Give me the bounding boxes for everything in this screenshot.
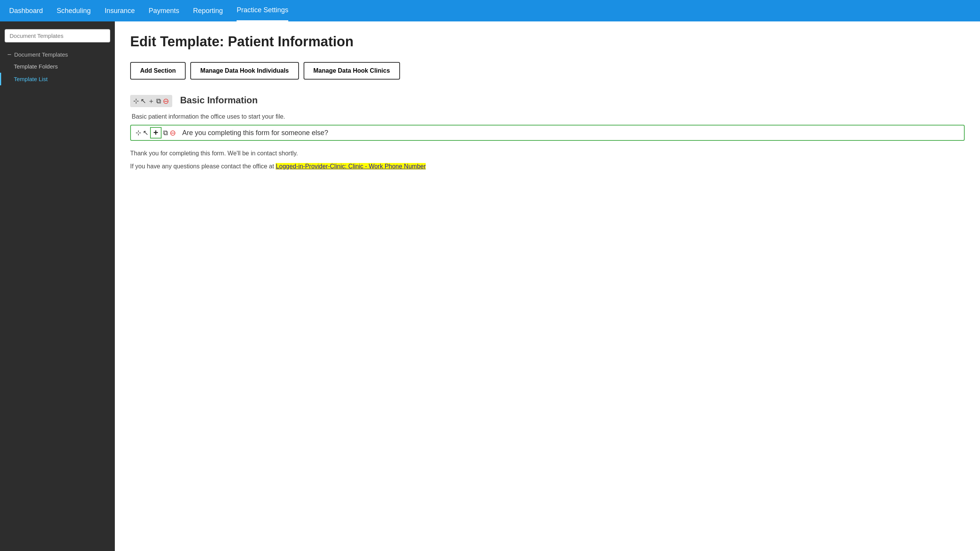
- thank-you-text: Thank you for completing this form. We'l…: [130, 150, 965, 157]
- delete-icon[interactable]: ⊖: [163, 96, 169, 106]
- page-title: Edit Template: Patient Information: [130, 34, 965, 50]
- sidebar-search-container[interactable]: [5, 29, 110, 42]
- top-navigation: Dashboard Scheduling Insurance Payments …: [0, 0, 980, 21]
- cursor-icon[interactable]: ↖: [140, 97, 146, 105]
- manage-data-hook-clinics-button[interactable]: Manage Data Hook Clinics: [304, 62, 400, 80]
- question-move-icon[interactable]: ⊹: [136, 129, 141, 137]
- action-buttons-row: Add Section Manage Data Hook Individuals…: [130, 62, 965, 80]
- contact-text-prefix: If you have any questions please contact…: [130, 163, 276, 170]
- question-delete-icon[interactable]: ⊖: [170, 128, 176, 137]
- question-row: ⊹ ↖ + ⧉ ⊖ Are you completing this form f…: [130, 125, 965, 141]
- sidebar-item-label: Template Folders: [14, 63, 58, 70]
- basic-information-section: ⊹ ↖ ＋ ⧉ ⊖ Basic Information Basic patien…: [130, 95, 965, 170]
- question-text: Are you completing this form for someone…: [182, 129, 328, 137]
- copy-icon[interactable]: ⧉: [156, 97, 161, 105]
- footer-text-block: Thank you for completing this form. We'l…: [130, 150, 965, 170]
- add-icon[interactable]: ＋: [148, 96, 155, 106]
- manage-data-hook-individuals-button[interactable]: Manage Data Hook Individuals: [190, 62, 299, 80]
- question-toolbar: ⊹ ↖ + ⧉ ⊖: [136, 127, 176, 139]
- nav-reporting[interactable]: Reporting: [193, 1, 223, 21]
- question-copy-icon[interactable]: ⧉: [163, 129, 168, 137]
- section-description: Basic patient information the office use…: [132, 113, 965, 120]
- section-title: Basic Information: [180, 95, 258, 105]
- nav-payments[interactable]: Payments: [149, 1, 179, 21]
- question-add-icon[interactable]: +: [150, 127, 162, 139]
- sidebar-search-input[interactable]: [5, 29, 110, 42]
- nav-dashboard[interactable]: Dashboard: [9, 1, 43, 21]
- add-section-button[interactable]: Add Section: [130, 62, 186, 80]
- nav-insurance[interactable]: Insurance: [105, 1, 135, 21]
- nav-scheduling[interactable]: Scheduling: [57, 1, 91, 21]
- sidebar: – Document Templates Template Folders Te…: [0, 21, 115, 551]
- main-content: Edit Template: Patient Information Add S…: [115, 21, 980, 551]
- main-layout: – Document Templates Template Folders Te…: [0, 21, 980, 551]
- sidebar-item-template-folders[interactable]: Template Folders: [0, 60, 115, 73]
- section-header-row: ⊹ ↖ ＋ ⧉ ⊖ Basic Information: [130, 95, 965, 110]
- sidebar-collapse-icon[interactable]: –: [8, 51, 11, 58]
- sidebar-item-label: Template List: [14, 76, 47, 82]
- sidebar-item-template-list[interactable]: Template List: [0, 73, 115, 85]
- move-icon[interactable]: ⊹: [133, 97, 139, 105]
- contact-text-paragraph: If you have any questions please contact…: [130, 163, 965, 170]
- question-cursor-icon[interactable]: ↖: [143, 129, 149, 137]
- nav-practice-settings[interactable]: Practice Settings: [237, 0, 288, 21]
- data-hook-tag[interactable]: Logged-in-Provider-Clinic: Clinic - Work…: [276, 163, 426, 170]
- section-toolbar: ⊹ ↖ ＋ ⧉ ⊖: [130, 95, 172, 107]
- sidebar-section-title: – Document Templates: [0, 49, 115, 60]
- sidebar-section-label: Document Templates: [14, 51, 68, 58]
